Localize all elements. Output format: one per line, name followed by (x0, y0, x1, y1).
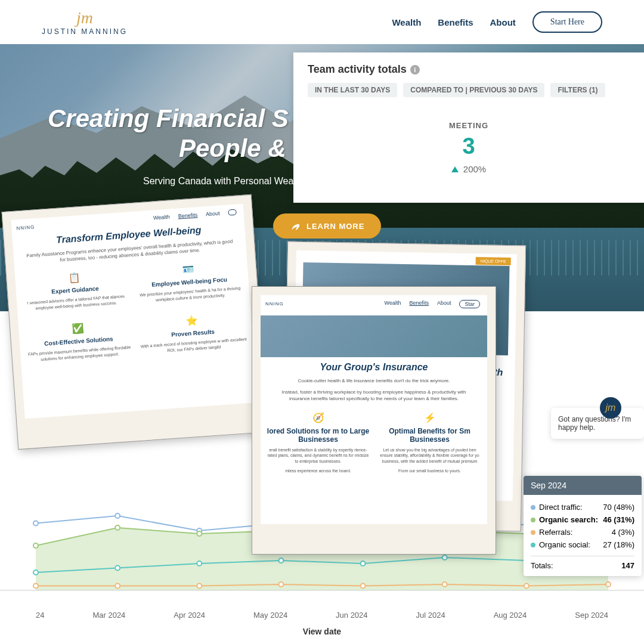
nav-benefits[interactable]: Benefits (438, 17, 473, 27)
leaf-icon (290, 221, 301, 231)
gauge-icon: 🧭 (265, 412, 371, 423)
chat-avatar: jm (600, 397, 621, 419)
svg-point-21 (442, 582, 447, 587)
svg-point-22 (524, 584, 529, 589)
nav-about[interactable]: About (490, 17, 516, 27)
nav-wealth[interactable]: Wealth (392, 17, 421, 27)
svg-point-27 (278, 558, 283, 563)
svg-point-26 (197, 561, 202, 566)
bolt-icon: ⚡ (377, 412, 482, 423)
svg-point-1 (115, 513, 120, 518)
svg-point-10 (197, 531, 202, 536)
chart-x-axis: 24Mar 2024Apr 2024May 2024Jun 2024Jul 20… (0, 611, 644, 620)
pill-range[interactable]: IN THE LAST 30 DAYS (308, 83, 397, 97)
logo-text: JUSTIN MANNING (42, 27, 128, 36)
mini-logo-3: NNING (265, 301, 284, 306)
chat-widget[interactable]: jm Got any questions? I'm happy help. (551, 408, 644, 439)
pill-compare[interactable]: COMPARED TO | PREVIOUS 30 DAYS (403, 83, 544, 97)
arrow-up-icon (451, 166, 459, 172)
activity-panel: Team activity totals i IN THE LAST 30 DA… (293, 52, 644, 203)
learn-more-label: LEARN MORE (306, 222, 364, 231)
unique-badge: NIQUE OFFE (476, 257, 511, 265)
chart-x-label: View date (0, 627, 644, 636)
site-header: jm JUSTIN MANNING Wealth Benefits About … (0, 0, 644, 44)
pill-filters[interactable]: FILTERS (1) (550, 83, 605, 97)
svg-point-28 (361, 561, 366, 566)
tooltip-body: Direct traffic:70 (48%)Organic search:46… (524, 495, 642, 576)
info-icon[interactable]: i (410, 65, 420, 75)
logo[interactable]: jm JUSTIN MANNING (42, 8, 128, 36)
start-here-button[interactable]: Start Here (532, 11, 602, 33)
mini-nav-3: Wealth Benefits About Star (261, 295, 487, 313)
polaroid-wellbeing: NNING Wealth Benefits About Transform Em… (2, 194, 268, 450)
hero-title-1: Creating Financial S (48, 104, 293, 134)
logo-script: jm (76, 8, 93, 27)
svg-point-23 (606, 582, 611, 587)
svg-point-9 (115, 525, 120, 530)
metric-label: MEETING (308, 121, 630, 130)
mini-hero-img (261, 315, 487, 357)
panel-title: Team activity totals i (308, 63, 630, 76)
svg-point-16 (33, 584, 38, 589)
polaroid-insurance: NNING Wealth Benefits About Star Your Gr… (252, 286, 496, 555)
svg-point-20 (361, 584, 366, 589)
mini-title-3: Your Group's Insurance (261, 360, 487, 375)
svg-point-0 (33, 521, 38, 526)
svg-point-24 (33, 570, 38, 575)
hero-title-2: People & (48, 134, 293, 163)
learn-more-button[interactable]: LEARN MORE (273, 213, 381, 239)
svg-point-25 (115, 566, 120, 571)
svg-point-17 (115, 584, 120, 589)
metric-change: 200% (308, 164, 630, 174)
filter-pills: IN THE LAST 30 DAYS COMPARED TO | PREVIO… (308, 83, 630, 97)
hero-subtitle: Serving Canada with Personal Wea (48, 176, 293, 187)
svg-point-29 (442, 555, 447, 560)
svg-point-8 (33, 543, 38, 548)
main-nav: Wealth Benefits About Start Here (392, 11, 602, 33)
svg-point-18 (197, 584, 202, 589)
hero-text: Creating Financial S People & Serving Ca… (48, 104, 293, 187)
chat-text: Got any questions? I'm happy help. (558, 415, 637, 432)
metric-meeting: MEETING 3 200% (308, 121, 630, 174)
tooltip-title: Sep 2024 (524, 476, 642, 495)
metric-value: 3 (308, 134, 630, 159)
chart-tooltip: Sep 2024 Direct traffic:70 (48%)Organic … (524, 476, 642, 576)
svg-point-19 (278, 582, 283, 587)
